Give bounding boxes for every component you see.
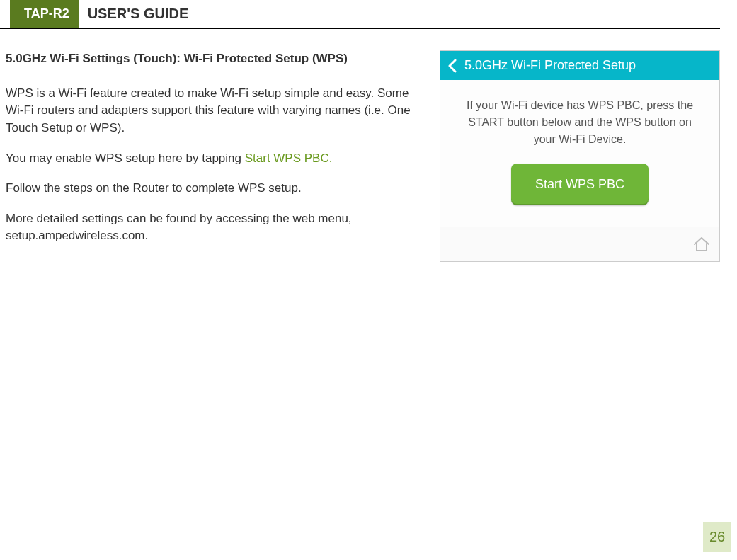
back-icon[interactable] — [447, 59, 457, 73]
text-column: 5.0GHz Wi-Fi Settings (Touch): Wi-Fi Pro… — [6, 50, 423, 262]
product-badge: TAP-R2 — [10, 0, 79, 28]
paragraph-2-prefix: You may enable WPS setup here by tapping — [6, 152, 245, 165]
paragraph-1: WPS is a Wi-Fi feature created to make W… — [6, 85, 423, 137]
paragraph-2: You may enable WPS setup here by tapping… — [6, 150, 423, 168]
paragraph-3: Follow the steps on the Router to comple… — [6, 180, 423, 198]
home-icon[interactable] — [692, 236, 711, 253]
screen-footer — [440, 227, 719, 261]
page-content: 5.0GHz Wi-Fi Settings (Touch): Wi-Fi Pro… — [0, 29, 737, 262]
page-header: TAP-R2 USER'S GUIDE — [0, 0, 720, 29]
screen-body: If your Wi-Fi device has WPS PBC, press … — [440, 80, 719, 227]
screen-topbar: 5.0GHz Wi-Fi Protected Setup — [440, 51, 719, 80]
page-number: 26 — [703, 522, 731, 552]
section-heading: 5.0GHz Wi-Fi Settings (Touch): Wi-Fi Pro… — [6, 50, 423, 68]
device-screenshot: 5.0GHz Wi-Fi Protected Setup If your Wi-… — [440, 50, 720, 262]
paragraph-4: More detailed settings can be found by a… — [6, 210, 423, 245]
document-title: USER'S GUIDE — [79, 0, 198, 28]
start-wps-pbc-button[interactable]: Start WPS PBC — [511, 164, 649, 205]
start-wps-pbc-text: Start WPS PBC. — [245, 152, 333, 165]
screen-title: 5.0GHz Wi-Fi Protected Setup — [464, 58, 636, 73]
screen-instructions: If your Wi-Fi device has WPS PBC, press … — [460, 97, 699, 148]
